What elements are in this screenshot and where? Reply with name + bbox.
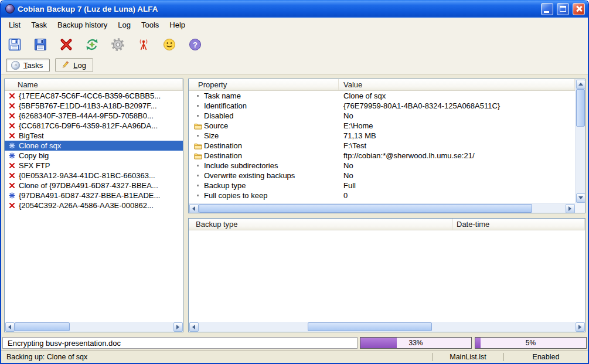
scroll-thumb[interactable]	[15, 322, 70, 331]
status-bar: Backing up: Clone of sqx MainList.lst En…	[1, 350, 588, 363]
task-row[interactable]: Copy big	[5, 151, 183, 161]
scroll-track[interactable]	[576, 89, 585, 193]
tab-log-label: Log	[73, 61, 86, 70]
menu-item[interactable]: Tools	[136, 19, 164, 31]
property-row[interactable]: Task name Clone of sqx	[189, 91, 575, 101]
left-arrow-icon	[8, 325, 11, 329]
task-row[interactable]: BigTest	[5, 131, 183, 141]
scroll-track[interactable]	[199, 203, 565, 213]
bullet-icon	[197, 195, 199, 196]
minimize-button[interactable]	[541, 3, 553, 15]
task-name: Copy big	[19, 151, 49, 160]
property-row[interactable]: Full copies to keep 0	[189, 190, 575, 200]
task-row[interactable]: {CC6817C6-D9F6-4359-812F-AA96DA...	[5, 121, 183, 131]
column-header-value[interactable]: Value	[339, 79, 575, 90]
properties-vscrollbar[interactable]	[575, 79, 585, 203]
bullet-icon	[197, 185, 199, 186]
progress-area: Encrypting busv-presentation.doc 33% 5%	[1, 336, 588, 350]
options-button[interactable]	[108, 34, 128, 55]
scroll-left-button[interactable]	[189, 204, 199, 213]
right-arrow-icon	[568, 206, 571, 211]
maximize-button[interactable]	[557, 3, 569, 15]
task-row[interactable]: {5BF5B767-E1DD-41B3-A18D-B2097F...	[5, 101, 183, 111]
scroll-right-button[interactable]	[576, 322, 585, 332]
total-progress-bar: 5%	[475, 337, 587, 349]
history-hscrollbar[interactable]	[189, 322, 585, 332]
right-arrow-icon	[578, 325, 581, 329]
engine-state: Enabled	[503, 353, 588, 361]
save-button[interactable]	[30, 34, 50, 55]
task-row[interactable]: Clone of {97DBA491-6D87-4327-BBEA...	[5, 181, 183, 190]
menu-item[interactable]: Help	[164, 19, 190, 31]
property-row[interactable]: Backup type Full	[189, 181, 575, 190]
column-header-backup-type[interactable]: Backup type	[189, 219, 453, 230]
menu-item[interactable]: Log	[113, 19, 136, 31]
property-name: Source	[204, 121, 228, 130]
delete-task-button[interactable]	[56, 34, 76, 55]
bullet-icon	[197, 165, 199, 166]
task-row[interactable]: Clone of sqx	[5, 141, 183, 151]
file-progress-label: 33%	[360, 338, 471, 348]
property-name: Overwrite existing backups	[204, 171, 295, 180]
task-row[interactable]: {2054C392-A26A-4586-AA3E-000862...	[5, 200, 183, 210]
task-list-panel: Name	[4, 79, 183, 332]
task-list: {17EEAC87-5C6F-4CC6-B359-6CBBB5...	[5, 91, 183, 322]
down-arrow-icon	[578, 196, 583, 199]
folder-icon	[194, 152, 202, 159]
minimize-icon	[544, 11, 549, 13]
deleted-task-icon	[9, 202, 15, 209]
scroll-thumb[interactable]	[576, 89, 585, 127]
properties-hscrollbar[interactable]	[189, 203, 575, 213]
new-backup-button[interactable]	[5, 34, 25, 55]
task-row[interactable]: SFX FTP	[5, 161, 183, 171]
property-row[interactable]: Include subdirectories No	[189, 161, 575, 171]
close-button[interactable]	[573, 3, 585, 15]
task-row[interactable]: {97DBA491-6D87-4327-BBEA-B1EADE...	[5, 190, 183, 200]
floppy-outline-icon	[7, 37, 22, 52]
property-row[interactable]: Source E:\Home	[189, 121, 575, 131]
tab-log[interactable]: Log	[55, 58, 93, 72]
task-row[interactable]: {6268340F-37EB-44A4-9F5D-7058B0...	[5, 111, 183, 121]
property-row[interactable]: Identification {76E79959-80A1-4BA0-8324-…	[189, 101, 575, 111]
task-row[interactable]: {0E053A12-9A34-41DC-81BC-660363...	[5, 171, 183, 181]
floppy-solid-icon	[33, 37, 48, 52]
menu-item[interactable]: Task	[26, 19, 52, 31]
deleted-task-icon	[9, 162, 15, 169]
scroll-right-button[interactable]	[566, 204, 575, 213]
scroll-track[interactable]	[199, 322, 575, 332]
remote-button[interactable]	[134, 34, 154, 55]
column-header-name[interactable]: Name	[5, 79, 183, 90]
red-antenna-icon	[136, 37, 151, 52]
folder-icon	[194, 123, 202, 130]
property-row[interactable]: Destination ftp://cobian:*@sherwood.lh.u…	[189, 151, 575, 161]
property-row[interactable]: Overwrite existing backups No	[189, 171, 575, 181]
scroll-left-button[interactable]	[189, 322, 199, 332]
column-header-date-time[interactable]: Date-time	[453, 219, 585, 230]
menu-bar: List Task Backup history Log Tools Help	[1, 18, 588, 32]
property-row[interactable]: Destination F:\Test	[189, 141, 575, 151]
active-task-icon	[9, 192, 15, 199]
task-list-hscrollbar[interactable]	[5, 322, 183, 332]
menu-item[interactable]: List	[4, 19, 26, 31]
about-button[interactable]	[159, 34, 179, 55]
property-row[interactable]: Disabled No	[189, 111, 575, 121]
column-header-property[interactable]: Property	[189, 79, 339, 90]
task-row[interactable]: {17EEAC87-5C6F-4CC6-B359-6CBBB5...	[5, 91, 183, 101]
scroll-up-button[interactable]	[576, 80, 585, 89]
right-arrow-icon	[176, 325, 179, 329]
scroll-track[interactable]	[15, 322, 173, 332]
scroll-left-button[interactable]	[5, 322, 15, 332]
bullet-icon	[197, 135, 199, 137]
scroll-right-button[interactable]	[173, 322, 183, 332]
property-row[interactable]: Size 71,13 MB	[189, 131, 575, 141]
scroll-thumb[interactable]	[199, 204, 532, 213]
scroll-thumb[interactable]	[308, 322, 432, 331]
task-name: Clone of {97DBA491-6D87-4327-BBEA...	[19, 181, 158, 190]
scroll-down-button[interactable]	[576, 193, 585, 203]
tab-tasks[interactable]: Tasks	[6, 59, 50, 72]
tab-bar: Tasks Log	[1, 57, 588, 74]
help-button[interactable]: ?	[185, 34, 205, 55]
refresh-button[interactable]	[82, 34, 102, 55]
task-name: {2054C392-A26A-4586-AA3E-000862...	[19, 201, 154, 210]
menu-item[interactable]: Backup history	[52, 19, 113, 31]
